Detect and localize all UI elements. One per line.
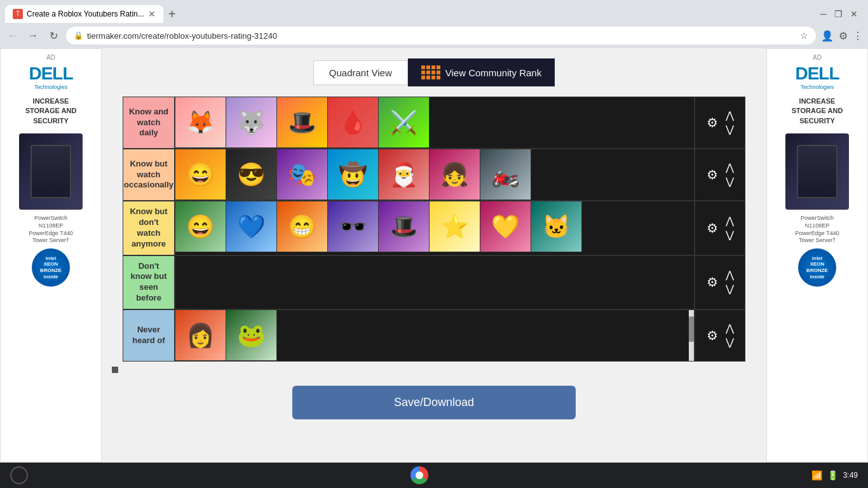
- address-right-icons: ☆: [800, 30, 808, 41]
- tier-down-button[interactable]: ⋁: [723, 229, 736, 241]
- tier-item[interactable]: 🩸: [328, 97, 379, 148]
- tier-row-3: Know but don't watch anymore 😄 💙: [123, 201, 745, 256]
- tier-item[interactable]: 🏍️: [480, 149, 531, 200]
- reload-button[interactable]: ↻: [46, 30, 61, 42]
- tier-label-5: Never heard of: [123, 310, 174, 361]
- tier-down-button[interactable]: ⋁: [723, 175, 736, 188]
- tier-item[interactable]: 😄: [175, 149, 226, 200]
- tab-close-button[interactable]: ✕: [148, 9, 156, 19]
- tier-settings-button[interactable]: ⚙: [704, 325, 721, 346]
- avatar-img: 🎩: [379, 201, 429, 252]
- tier-up-button[interactable]: ⋀: [723, 109, 736, 122]
- avatar-img: 🐱: [531, 201, 581, 252]
- address-bar-row: ← → ↻ 🔒 tiermaker.com/create/roblox-yout…: [0, 23, 868, 48]
- tier-item[interactable]: 💛: [480, 201, 531, 252]
- avatar-img: 🎩: [277, 97, 327, 147]
- tier-controls-2: ⚙ ⋀ ⋁: [694, 149, 745, 200]
- tier-settings-button[interactable]: ⚙: [704, 165, 721, 185]
- tier-down-button[interactable]: ⋁: [723, 336, 736, 349]
- avatar-img: 🕶️: [328, 201, 378, 252]
- avatar-img: 😁: [277, 201, 327, 252]
- forward-button[interactable]: →: [25, 30, 41, 41]
- avatar-img: 🤠: [328, 149, 378, 200]
- scrollbar-track[interactable]: [689, 310, 694, 361]
- tier-item[interactable]: 😎: [226, 149, 277, 200]
- active-tab[interactable]: T Create a Roblox Youtubers Ratin... ✕: [5, 5, 163, 23]
- tier-item[interactable]: 🕶️: [328, 201, 379, 252]
- tier-controls-5: ⚙ ⋀ ⋁: [694, 310, 745, 361]
- view-toggle-buttons: Quadrant View View Community Rank: [313, 58, 555, 86]
- tier-arrows: ⋀ ⋁: [723, 109, 736, 136]
- tier-item[interactable]: 🎩: [277, 97, 328, 148]
- quadrant-view-button[interactable]: Quadrant View: [313, 60, 408, 85]
- tab-bar: T Create a Roblox Youtubers Ratin... ✕ +…: [0, 0, 868, 23]
- avatar-img: 💛: [480, 201, 531, 252]
- taskbar-circle: [10, 466, 28, 484]
- tier-settings-button[interactable]: ⚙: [704, 218, 721, 238]
- back-button[interactable]: ←: [5, 30, 20, 41]
- dell-logo-right: DELL: [795, 64, 839, 84]
- maximize-button[interactable]: ❐: [834, 9, 843, 19]
- tier-down-button[interactable]: ⋁: [723, 283, 736, 295]
- scrollbar-thumb[interactable]: [689, 316, 694, 342]
- tier-item[interactable]: 🎭: [277, 149, 328, 200]
- tab-favicon: T: [13, 9, 23, 19]
- scroll-indicator: [112, 367, 118, 373]
- tier-up-button[interactable]: ⋀: [723, 215, 736, 227]
- close-window-button[interactable]: ✕: [850, 9, 858, 19]
- tier-item[interactable]: 🐺: [226, 97, 277, 148]
- taskbar: 📶 🔋 3:49: [0, 463, 868, 488]
- left-ad-panel: AD DELL Technologies INCREASE STORAGE AN…: [0, 48, 102, 463]
- tier-item[interactable]: 😁: [277, 201, 328, 252]
- battery-icon: 🔋: [827, 470, 838, 480]
- taskbar-center[interactable]: [410, 466, 428, 484]
- chrome-menu-button[interactable]: ⋮: [853, 30, 863, 42]
- ad-label-right: AD: [813, 54, 822, 61]
- tier-item[interactable]: 😄: [175, 201, 226, 252]
- tier-item[interactable]: 🐱: [531, 201, 582, 252]
- tier-maker-area: Quadrant View View Community Rank Know a…: [102, 48, 766, 463]
- lock-icon: 🔒: [74, 31, 83, 40]
- ad-headline-right: INCREASE STORAGE AND SECURITY: [792, 97, 843, 126]
- chrome-logo[interactable]: [410, 466, 428, 484]
- tier-label-4: Don't know but seen before: [123, 256, 174, 309]
- tier-settings-button[interactable]: ⚙: [704, 112, 721, 133]
- tier-item[interactable]: 🎅: [379, 149, 430, 200]
- tier-up-button[interactable]: ⋀: [723, 322, 736, 335]
- extensions-icon[interactable]: ⚙: [839, 30, 848, 42]
- tier-item[interactable]: 🎩: [379, 201, 430, 252]
- tier-down-button[interactable]: ⋁: [723, 123, 736, 136]
- tier-item[interactable]: 👩: [175, 310, 226, 361]
- profile-icon[interactable]: 👤: [821, 30, 834, 42]
- avatar-img: ⭐: [430, 201, 480, 252]
- address-bar[interactable]: 🔒 tiermaker.com/create/roblox-youtubers-…: [66, 27, 816, 44]
- tab-title: Create a Roblox Youtubers Ratin...: [27, 10, 144, 18]
- tier-settings-button[interactable]: ⚙: [704, 272, 721, 292]
- tier-up-button[interactable]: ⋀: [723, 269, 736, 281]
- new-tab-button[interactable]: +: [163, 7, 181, 22]
- minimize-button[interactable]: ─: [820, 9, 827, 19]
- tier-up-button[interactable]: ⋀: [723, 161, 736, 174]
- avatar-img: 🦊: [175, 97, 226, 147]
- tier-item[interactable]: ⭐: [430, 201, 480, 252]
- tier-item[interactable]: 💙: [226, 201, 277, 252]
- tier-item[interactable]: 👧: [430, 149, 480, 200]
- tier-item[interactable]: 🦊: [175, 97, 226, 148]
- tier-label-2: Know but watch occasionally: [123, 149, 174, 200]
- tier-item[interactable]: 🤠: [328, 149, 379, 200]
- tier-row-2: Know but watch occasionally 😄 😎: [123, 149, 745, 201]
- community-rank-button[interactable]: View Community Rank: [408, 58, 555, 86]
- avatar-img: 😎: [226, 149, 276, 200]
- tier-item[interactable]: 🐸: [226, 310, 277, 361]
- window-controls: ─ ❐ ✕: [820, 9, 863, 19]
- taskbar-left: [10, 466, 28, 484]
- ad-headline: INCREASE STORAGE AND SECURITY: [25, 97, 77, 126]
- main-content: AD DELL Technologies INCREASE STORAGE AN…: [0, 48, 868, 463]
- save-download-button[interactable]: Save/Download: [292, 386, 576, 419]
- tier-item[interactable]: ⚔️: [379, 97, 430, 148]
- tier-items-5: 👩 🐸: [174, 310, 694, 361]
- taskbar-right: 📶 🔋 3:49: [811, 470, 858, 480]
- bookmark-icon[interactable]: ☆: [800, 30, 808, 41]
- tier-controls-3: ⚙ ⋀ ⋁: [694, 201, 745, 255]
- wifi-icon: 📶: [811, 470, 822, 480]
